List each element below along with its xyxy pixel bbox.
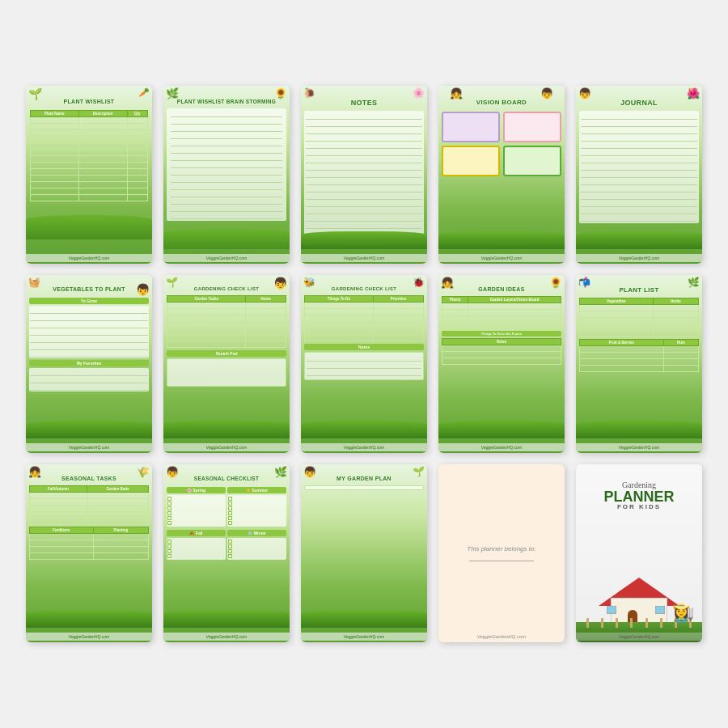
card-footer-journal: VeggieGardenHQ.com bbox=[576, 254, 702, 262]
card-vegetables-to-plant[interactable]: 🧺 👦 Vegetables To Plant To Grow My Favor… bbox=[26, 275, 152, 453]
card-footer-seasonal-tasks: VeggieGardenHQ.com bbox=[26, 633, 152, 641]
card-title-notes: Notes bbox=[301, 86, 427, 109]
card-footer-plant-list: VeggieGardenHQ.com bbox=[576, 443, 702, 451]
card-title-checklist2: Gardening Check List bbox=[301, 275, 427, 294]
card-title-garden-ideas: Garden Ideas bbox=[438, 275, 565, 294]
card-footer-vision-board: VeggieGardenHQ.com bbox=[438, 254, 565, 262]
card-title-journal: Journal bbox=[576, 86, 702, 109]
card-content-vision-board bbox=[438, 108, 565, 180]
card-footer-vegetables: VeggieGardenHQ.com bbox=[26, 443, 152, 451]
card-grid: 🌱 🥕 Plant Wishlist Plant NameDescription… bbox=[2, 61, 726, 667]
card-footer-garden-ideas: VeggieGardenHQ.com bbox=[438, 443, 565, 451]
card-footer-cover: VeggieGardenHQ.com bbox=[576, 633, 702, 641]
vb-square-3 bbox=[442, 146, 500, 176]
card-garden-ideas[interactable]: 👧 🌻 Garden Ideas PlantsGarden Layout/Vis… bbox=[438, 275, 565, 453]
card-belongs-to: This planner belongs to: VeggieGardenHQ.… bbox=[438, 464, 565, 642]
card-content-garden-plan bbox=[304, 485, 424, 490]
card-footer-checklist1: VeggieGardenHQ.com bbox=[163, 443, 290, 451]
card-title-plant-list: Plant List bbox=[576, 275, 702, 296]
card-title-plant-wishlist: Plant Wishlist bbox=[26, 86, 152, 107]
belongs-line bbox=[469, 561, 534, 561]
card-content-garden-ideas: PlantsGarden Layout/Vision Board Things … bbox=[438, 294, 565, 366]
card-footer-brainstorm: VeggieGardenHQ.com bbox=[163, 254, 290, 262]
card-footer-seasonal-checklist: VeggieGardenHQ.com bbox=[163, 633, 290, 641]
card-content-brainstorm bbox=[167, 108, 286, 221]
card-journal[interactable]: 👦 🌺 Journal VeggieGardenHQ.com bbox=[576, 86, 702, 264]
card-footer-notes: VeggieGardenHQ.com bbox=[301, 254, 427, 262]
card-content-seasonal-checklist: 🌸 Spring ☀️ Summer bbox=[163, 484, 290, 561]
card-title-vegetables: Vegetables To Plant bbox=[26, 275, 152, 294]
card-plant-list[interactable]: 📬 🌿 Plant List VegetablesHerbs Fruit & B… bbox=[576, 275, 702, 453]
card-notes[interactable]: 🐌 🌸 Notes VeggieGardenHQ.com bbox=[301, 86, 427, 264]
vb-square-1 bbox=[442, 112, 500, 142]
card-seasonal-tasks[interactable]: 👧 🌾 Seasonal Tasks Fall/AutumnGarden Bed… bbox=[26, 464, 152, 642]
cover-illustration: 👩‍🌾 bbox=[576, 561, 702, 642]
card-content-checklist2: Things To DoPriorities Notes bbox=[301, 294, 427, 382]
vb-square-2 bbox=[503, 112, 561, 142]
card-content-plant-wishlist: Plant NameDescriptionQty bbox=[26, 107, 152, 203]
card-content-notes bbox=[304, 111, 424, 245]
belongs-footer: VeggieGardenHQ.com bbox=[438, 634, 565, 639]
card-title-seasonal-tasks: Seasonal Tasks bbox=[26, 464, 152, 484]
card-cover[interactable]: Gardening PLANNER FOR KIDS bbox=[576, 464, 702, 642]
card-seasonal-checklist[interactable]: 👦 🌿 Seasonal Checklist 🌸 Spring bbox=[163, 464, 290, 642]
card-vision-board[interactable]: 👧 👦 Vision Board VeggieGardenHQ.com bbox=[438, 86, 565, 264]
belongs-text: This planner belongs to: bbox=[467, 545, 535, 552]
card-gardening-checklist-1[interactable]: 🌱 👦 Gardening Check List Garden TasksNot… bbox=[163, 275, 290, 453]
card-title-garden-plan: My Garden Plan bbox=[301, 464, 427, 484]
card-title-seasonal-checklist: Seasonal Checklist bbox=[163, 464, 290, 484]
card-content-vegetables: To Grow My Favorites bbox=[26, 294, 152, 393]
cover-title: Gardening PLANNER FOR KIDS bbox=[576, 464, 702, 513]
card-title-checklist1: Gardening Check List bbox=[163, 275, 290, 294]
card-content-journal bbox=[579, 111, 699, 223]
card-plant-wishlist[interactable]: 🌱 🥕 Plant Wishlist Plant NameDescription… bbox=[26, 86, 152, 264]
vb-square-4 bbox=[503, 146, 561, 176]
card-gardening-checklist-2[interactable]: 🐝 🐞 Gardening Check List Things To DoPri… bbox=[301, 275, 427, 453]
card-brainstorm[interactable]: 🌿 🌻 Plant Wishlist Brain Storming Veggie… bbox=[163, 86, 290, 264]
card-footer-checklist2: VeggieGardenHQ.com bbox=[301, 443, 427, 451]
card-content-checklist1: Garden TasksNotes Sketch Pad bbox=[163, 294, 290, 388]
card-content-seasonal-tasks: Fall/AutumnGarden Beds FertilizersPlanti… bbox=[26, 484, 152, 561]
card-garden-plan[interactable]: 👦 🌱 My Garden Plan VeggieGardenHQ.com bbox=[301, 464, 427, 642]
card-footer-plant-wishlist: VeggieGardenHQ.com bbox=[26, 254, 152, 262]
card-title-brainstorm: Plant Wishlist Brain Storming bbox=[163, 86, 290, 107]
card-content-plant-list: VegetablesHerbs Fruit & BerriesNuts bbox=[576, 296, 702, 374]
card-footer-garden-plan: VeggieGardenHQ.com bbox=[301, 633, 427, 641]
